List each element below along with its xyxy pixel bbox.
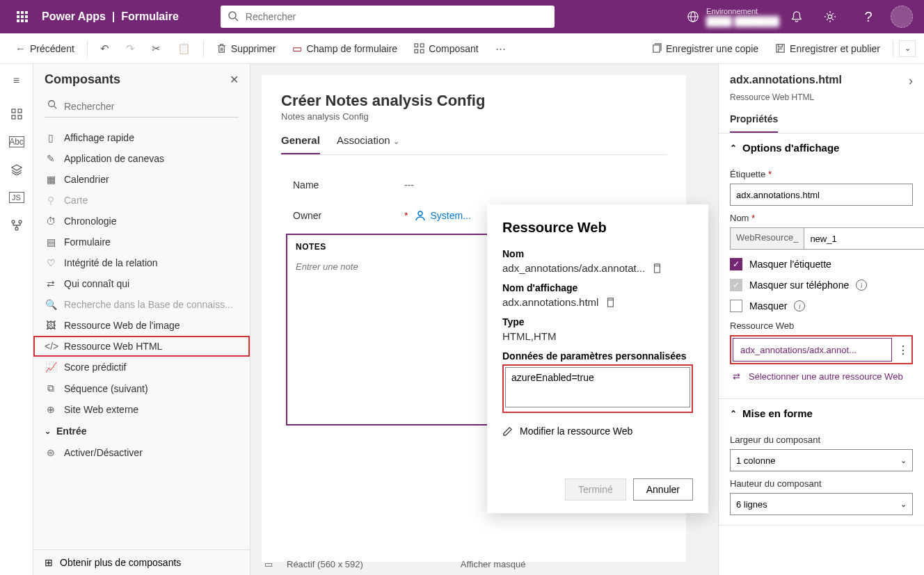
comp-external-site[interactable]: ⊕Site Web externe [33,399,250,420]
label-etiquette: Étiquette * [730,169,913,179]
toggle-icon: ⊜ [45,447,57,458]
info-icon[interactable]: i [856,280,867,291]
comp-image-resource[interactable]: 🖼Ressource Web de l'image [33,315,250,336]
undo-button[interactable]: ↶ [93,38,116,59]
save-copy-button[interactable]: Enregistrer une copie [644,39,765,58]
form-subtitle: Notes analysis Config [281,111,667,122]
rail-tree[interactable] [6,103,28,125]
show-hidden-toggle[interactable]: Afficher masqué [461,559,526,569]
comp-html-resource[interactable]: </>Ressource Web HTML [33,336,250,357]
canvas-mode[interactable]: Réactif (560 x 592) [287,559,363,569]
svg-point-28 [49,101,55,107]
more-commands[interactable]: ⋯ [488,38,513,59]
tab-general[interactable]: General [281,134,320,154]
help-icon[interactable]: ? [857,9,879,25]
comp-quick-view[interactable]: ▯Affichage rapide [33,127,250,148]
back-button[interactable]: ← Précédent [8,38,81,58]
comp-form[interactable]: ▤Formulaire [33,232,250,252]
component-icon [414,43,424,54]
dialog-params-input[interactable]: azureEnabled=true [505,367,690,407]
form-field-button[interactable]: ▭ Champ de formulaire [285,38,404,59]
get-more-components[interactable]: ⊞ Obtenir plus de composants [33,549,250,575]
comp-who-knows[interactable]: ⇄Qui connaît qui [33,273,250,294]
props-subtitle: Ressource Web HTML [719,92,924,108]
svg-rect-8 [25,19,28,22]
comp-sequence[interactable]: ⧉Séquence (suivant) [33,378,250,399]
comp-predictive[interactable]: 📈Score prédictif [33,357,250,378]
user-avatar[interactable] [891,6,913,28]
cut-button[interactable]: ✂ [145,38,168,59]
redo-button[interactable]: ↷ [119,38,142,59]
cancel-button[interactable]: Annuler [633,478,693,501]
global-search[interactable] [221,6,555,28]
canvas-app-icon: ✎ [45,153,57,164]
comp-timeline[interactable]: ⏱Chronologie [33,211,250,232]
dialog-name-value: adx_annotations/adx.annotat... [502,262,693,274]
components-search-input[interactable] [45,95,239,118]
env-label: Environnement [706,7,779,16]
close-panel-icon[interactable]: ✕ [230,73,239,86]
comp-group-input[interactable]: ⌄Entrée [33,420,250,442]
name-prefix: WebResource_ [730,227,804,250]
section-display-options[interactable]: ⌃ Options d'affichage [719,133,924,162]
resource-value[interactable]: adx_annotations/adx.annot... [733,338,892,362]
tab-association[interactable]: Association⌄ [337,134,399,154]
dialog-params-label: Données de paramètres personnalisées [502,350,693,362]
tab-properties[interactable]: Propriétés [730,108,778,133]
label-height: Hauteur du composant [730,478,913,489]
properties-panel: adx.annotations.html › Ressource Web HTM… [718,64,924,575]
input-etiquette[interactable] [730,184,913,206]
check-hide-label[interactable]: ✓ Masquer l'étiquette [730,258,913,270]
svg-rect-18 [421,49,424,53]
resource-more-icon[interactable]: ⋮ [896,343,910,357]
waffle-icon[interactable] [6,0,39,33]
back-label: Précédent [30,43,74,54]
field-name[interactable]: Name --- [282,170,666,200]
dialog-title: Ressource Web [502,220,693,236]
paste-icon: 📋 [177,42,191,55]
copy-icon[interactable] [605,298,615,307]
pencil-icon [502,426,513,437]
select-width[interactable]: 1 colonne ⌄ [730,449,913,471]
select-height[interactable]: 6 lignes ⌄ [730,493,913,515]
copy-icon[interactable] [652,264,662,273]
web-resource-dialog: Ressource Web Nom adx_annotations/adx.an… [487,204,708,513]
save-publish-icon [775,43,786,54]
chevron-down-icon: ⌄ [393,137,399,145]
comp-canvas-app[interactable]: ✎Application de canevas [33,148,250,169]
rail-flow[interactable] [6,214,28,236]
global-search-input[interactable] [221,6,555,28]
delete-label: Supprimer [231,43,276,54]
comp-calendar[interactable]: ▦Calendrier [33,169,250,190]
settings-icon[interactable] [824,10,846,23]
check-hide-phone: ✓ Masquer sur téléphone i [730,279,913,291]
edit-resource-button[interactable]: Modifier la ressource Web [502,426,693,437]
svg-rect-0 [17,11,19,14]
input-nom[interactable] [804,227,924,250]
rail-fields[interactable]: Abc [9,136,24,147]
chevron-right-icon[interactable]: › [909,74,913,88]
section-layout[interactable]: ⌃ Mise en forme [719,399,924,428]
environment-picker[interactable]: Environnement ████ ███████ [687,7,779,27]
back-arrow-icon: ← [15,42,26,54]
rail-hamburger[interactable]: ≡ [6,70,28,92]
save-dropdown[interactable]: ⌄ [899,40,916,57]
chevron-up-icon: ⌃ [730,143,737,153]
info-icon[interactable]: i [794,300,805,311]
responsive-icon[interactable]: ▭ [264,559,273,569]
save-publish-button[interactable]: Enregistrer et publier [768,39,887,58]
svg-rect-22 [18,109,22,113]
switch-resource[interactable]: ⇄ Sélectionner une autre ressource Web [730,364,913,389]
rail-layers[interactable] [6,159,28,181]
check-hide[interactable]: Masquer i [730,300,913,312]
component-button[interactable]: Composant [407,39,486,58]
notifications-icon[interactable] [790,10,813,23]
delete-button[interactable]: Supprimer [209,39,283,58]
paste-button[interactable]: 📋 [170,38,198,59]
redo-icon: ↷ [126,42,135,55]
rail-js[interactable]: JS [9,192,24,203]
field-owner-label: Owner [293,210,404,221]
comp-toggle[interactable]: ⊜Activer/Désactiver [33,442,250,463]
comp-relation[interactable]: ♡Intégrité de la relation [33,252,250,273]
save-copy-label: Enregistrer une copie [666,43,758,54]
